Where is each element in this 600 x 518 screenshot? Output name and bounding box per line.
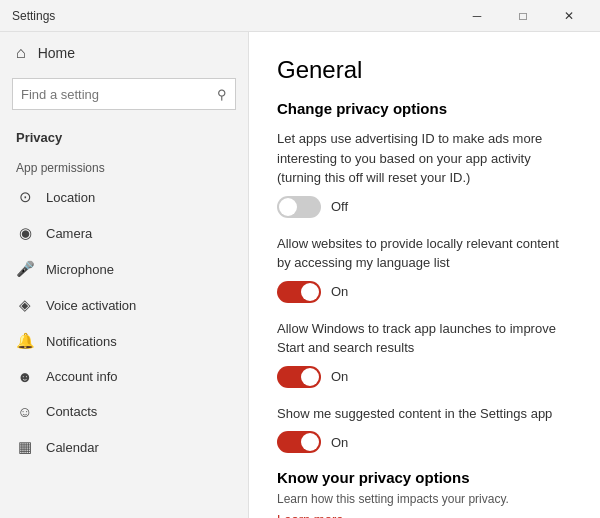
- option-suggested-text: Show me suggested content in the Setting…: [277, 404, 572, 424]
- search-icon: ⚲: [217, 87, 227, 102]
- toggle-language-label: On: [331, 284, 348, 299]
- option-track-row: On: [277, 366, 572, 388]
- toggle-suggested[interactable]: [277, 431, 321, 453]
- main-content: General Change privacy options Let apps …: [249, 32, 600, 518]
- change-privacy-heading: Change privacy options: [277, 100, 572, 117]
- toggle-language[interactable]: [277, 281, 321, 303]
- know-privacy-heading: Know your privacy options: [277, 469, 572, 486]
- sidebar-item-location[interactable]: ⊙ Location: [0, 179, 248, 215]
- sidebar-item-microphone[interactable]: 🎤 Microphone: [0, 251, 248, 287]
- option-suggested-row: On: [277, 431, 572, 453]
- toggle-ad-id-label: Off: [331, 199, 348, 214]
- page-title: General: [277, 56, 572, 84]
- voice-icon: ◈: [16, 296, 34, 314]
- sidebar-item-notifications[interactable]: 🔔 Notifications: [0, 323, 248, 359]
- know-privacy-section: Know your privacy options Learn how this…: [277, 469, 572, 518]
- contacts-icon: ☺: [16, 403, 34, 420]
- microphone-icon: 🎤: [16, 260, 34, 278]
- sidebar-item-home[interactable]: ⌂ Home: [0, 32, 248, 74]
- sidebar-item-calendar[interactable]: ▦ Calendar: [0, 429, 248, 465]
- calendar-icon: ▦: [16, 438, 34, 456]
- sidebar-item-account-info[interactable]: ☻ Account info: [0, 359, 248, 394]
- option-language-row: On: [277, 281, 572, 303]
- sidebar: ⌂ Home ⚲ Privacy App permissions ⊙ Locat…: [0, 32, 248, 518]
- toggle-track-label: On: [331, 369, 348, 384]
- toggle-suggested-label: On: [331, 435, 348, 450]
- app-title: Settings: [12, 9, 55, 23]
- notifications-icon: 🔔: [16, 332, 34, 350]
- option-ad-id-text: Let apps use advertising ID to make ads …: [277, 129, 572, 188]
- account-icon: ☻: [16, 368, 34, 385]
- minimize-button[interactable]: ─: [454, 0, 500, 32]
- sidebar-item-voice-activation[interactable]: ◈ Voice activation: [0, 287, 248, 323]
- close-button[interactable]: ✕: [546, 0, 592, 32]
- privacy-section-label: Privacy: [0, 122, 248, 149]
- camera-icon: ◉: [16, 224, 34, 242]
- app-body: ⌂ Home ⚲ Privacy App permissions ⊙ Locat…: [0, 32, 600, 518]
- title-bar: Settings ─ □ ✕: [0, 0, 600, 32]
- toggle-ad-id[interactable]: [277, 196, 321, 218]
- maximize-button[interactable]: □: [500, 0, 546, 32]
- home-label: Home: [38, 45, 75, 61]
- search-input[interactable]: [21, 87, 217, 102]
- toggle-track[interactable]: [277, 366, 321, 388]
- app-permissions-label: App permissions: [0, 149, 248, 179]
- learn-more-link[interactable]: Learn more: [277, 512, 572, 518]
- know-privacy-desc: Learn how this setting impacts your priv…: [277, 492, 572, 506]
- option-language-text: Allow websites to provide locally releva…: [277, 234, 572, 273]
- option-ad-id-row: Off: [277, 196, 572, 218]
- search-box[interactable]: ⚲: [12, 78, 236, 110]
- option-track-text: Allow Windows to track app launches to i…: [277, 319, 572, 358]
- home-icon: ⌂: [16, 44, 26, 62]
- sidebar-item-camera[interactable]: ◉ Camera: [0, 215, 248, 251]
- sidebar-item-contacts[interactable]: ☺ Contacts: [0, 394, 248, 429]
- location-icon: ⊙: [16, 188, 34, 206]
- window-controls: ─ □ ✕: [454, 0, 592, 32]
